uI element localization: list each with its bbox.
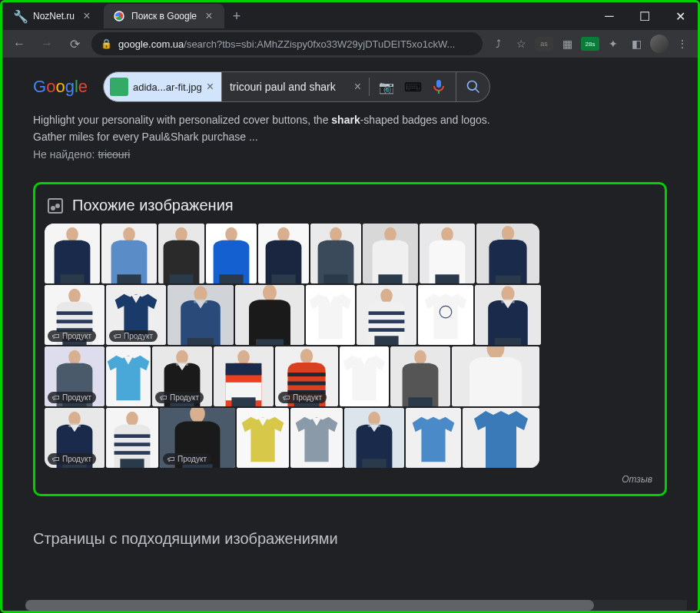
- close-icon[interactable]: ×: [81, 10, 93, 22]
- svg-point-33: [68, 289, 81, 303]
- back-button[interactable]: ←: [8, 33, 30, 55]
- image-thumbnail[interactable]: [206, 224, 257, 283]
- profile-avatar[interactable]: [650, 35, 668, 53]
- svg-point-24: [384, 227, 396, 242]
- svg-rect-87: [68, 423, 81, 427]
- share-icon[interactable]: ⤴: [489, 35, 507, 53]
- new-tab-button[interactable]: +: [226, 5, 247, 27]
- image-thumbnail[interactable]: 🏷Продукт: [45, 285, 105, 345]
- svg-point-90: [126, 412, 138, 426]
- mic-icon[interactable]: [430, 78, 448, 96]
- minimize-button[interactable]: ─: [592, 2, 627, 30]
- page-scroll[interactable]: Google adida...ar-fit.jpg × tricouri pau…: [2, 58, 698, 611]
- image-thumbnail[interactable]: [390, 346, 450, 406]
- image-thumbnail[interactable]: [363, 224, 418, 283]
- image-thumbnail[interactable]: 🏷Продукт: [152, 346, 212, 406]
- maximize-button[interactable]: ☐: [627, 2, 662, 30]
- forward-button[interactable]: →: [36, 33, 58, 55]
- extension-lastfm[interactable]: as: [535, 37, 553, 51]
- feedback-link[interactable]: Отзыв: [45, 468, 655, 485]
- product-badge: 🏷Продукт: [278, 392, 327, 403]
- image-thumbnail[interactable]: [168, 285, 234, 345]
- chip-filename: adida...ar-fit.jpg: [133, 81, 202, 93]
- image-thumbnail[interactable]: [340, 346, 389, 406]
- tab-noznet[interactable]: 🔧 NozNet.ru ×: [5, 4, 102, 28]
- svg-rect-22: [323, 274, 347, 283]
- image-thumbnail[interactable]: [452, 346, 539, 406]
- product-badge: 🏷Продукт: [155, 392, 204, 403]
- image-thumbnail[interactable]: [214, 346, 274, 406]
- star-icon[interactable]: ☆: [512, 35, 530, 53]
- svg-rect-41: [194, 299, 207, 303]
- image-thumbnail[interactable]: [420, 224, 475, 283]
- search-button[interactable]: [456, 71, 490, 102]
- image-thumbnail[interactable]: 🏷Продукт: [275, 346, 338, 406]
- image-thumbnail[interactable]: 🏷Продукт: [106, 285, 166, 345]
- tabs-icon[interactable]: ◧: [627, 35, 645, 53]
- svg-rect-81: [408, 397, 432, 406]
- image-thumbnail[interactable]: [158, 224, 204, 283]
- image-thumbnail[interactable]: 🏷Продукт: [45, 408, 105, 468]
- image-search-chip[interactable]: adida...ar-fit.jpg ×: [103, 71, 222, 102]
- result-snippet: Highlight your personality with personal…: [33, 111, 667, 145]
- svg-rect-93: [114, 451, 151, 455]
- image-thumbnail[interactable]: [418, 285, 473, 345]
- svg-rect-71: [231, 397, 255, 406]
- menu-icon[interactable]: ⋮: [673, 35, 692, 53]
- keyboard-icon[interactable]: ⌨: [403, 78, 422, 96]
- not-found-line: Не найдено: tricouri: [33, 148, 667, 161]
- chip-remove-icon[interactable]: ×: [207, 80, 214, 94]
- close-button[interactable]: ✕: [662, 2, 698, 30]
- svg-rect-74: [287, 373, 325, 376]
- product-badge: 🏷Продукт: [48, 453, 96, 465]
- camera-icon[interactable]: 📷: [377, 78, 396, 96]
- extension-green-badge[interactable]: 28s: [581, 37, 599, 51]
- image-thumbnail[interactable]: [258, 224, 309, 283]
- svg-rect-25: [378, 274, 402, 283]
- url-input[interactable]: 🔒 google.com.ua/search?tbs=sbi:AMhZZispy…: [91, 32, 483, 55]
- extensions-puzzle-icon[interactable]: ✦: [604, 35, 622, 53]
- close-icon[interactable]: ×: [203, 10, 215, 22]
- search-icon: [466, 79, 481, 94]
- svg-rect-75: [287, 382, 325, 386]
- similar-images-title: Похожие изображения: [72, 197, 234, 214]
- svg-rect-52: [374, 336, 398, 345]
- svg-rect-13: [169, 274, 193, 283]
- image-thumbnail[interactable]: [463, 408, 539, 468]
- search-input[interactable]: tricouri paul and shark × 📷 ⌨: [222, 71, 456, 102]
- image-thumbnail[interactable]: [235, 285, 304, 345]
- svg-rect-50: [369, 320, 405, 323]
- svg-rect-45: [256, 340, 284, 346]
- extension-icon[interactable]: ▦: [558, 35, 576, 53]
- image-thumbnail[interactable]: [45, 224, 100, 283]
- similar-images-section: Похожие изображения 🏷Продукт🏷Продукт🏷Про…: [33, 182, 667, 496]
- product-badge: 🏷Продукт: [163, 453, 211, 465]
- image-thumbnail[interactable]: [306, 285, 355, 345]
- google-logo[interactable]: Google: [33, 77, 88, 97]
- image-thumbnail[interactable]: [406, 408, 461, 468]
- svg-point-44: [263, 285, 277, 301]
- svg-rect-51: [369, 328, 405, 332]
- image-thumbnail[interactable]: [106, 346, 151, 406]
- clear-search-icon[interactable]: ×: [354, 80, 361, 94]
- image-thumbnail[interactable]: [290, 408, 343, 468]
- image-thumbnail[interactable]: [475, 285, 541, 345]
- horizontal-scrollbar[interactable]: [25, 600, 687, 611]
- address-bar: ← → ⟳ 🔒 google.com.ua/search?tbs=sbi:AMh…: [2, 30, 698, 58]
- image-grid: 🏷Продукт🏷Продукт🏷Продукт🏷Продукт🏷Продукт…: [45, 224, 655, 468]
- image-thumbnail[interactable]: [237, 408, 289, 468]
- svg-point-80: [414, 350, 426, 365]
- image-thumbnail[interactable]: 🏷Продукт: [45, 346, 105, 406]
- svg-rect-35: [57, 320, 93, 323]
- tab-google-search[interactable]: Поиск в Google ×: [104, 4, 224, 28]
- image-thumbnail[interactable]: [476, 224, 539, 283]
- image-thumbnail[interactable]: [310, 224, 361, 283]
- image-thumbnail[interactable]: [101, 224, 157, 283]
- image-thumbnail[interactable]: [344, 408, 404, 468]
- reload-button[interactable]: ⟳: [64, 33, 85, 55]
- svg-line-4: [475, 89, 479, 93]
- svg-rect-19: [271, 274, 295, 283]
- image-thumbnail[interactable]: [357, 285, 416, 345]
- image-thumbnail[interactable]: [106, 408, 158, 468]
- image-thumbnail[interactable]: 🏷Продукт: [160, 408, 235, 468]
